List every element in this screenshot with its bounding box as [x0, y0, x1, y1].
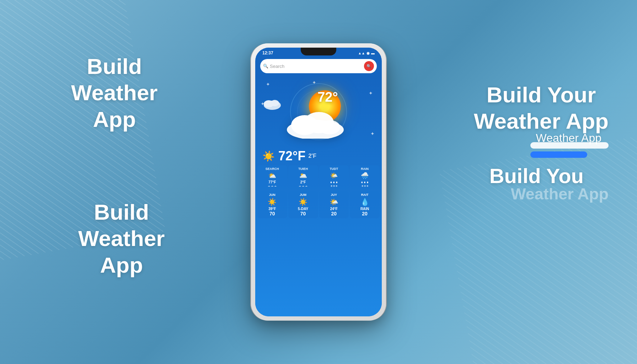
search-button[interactable]: 🔍	[364, 61, 374, 71]
daily-item-0: JUN ☀️ 39°F 70	[257, 191, 287, 218]
hourly-temp-1: 2°F	[290, 180, 317, 184]
right-ghost-text: Weather App	[511, 185, 609, 203]
daily-temp-1: 5-DAY	[290, 207, 317, 211]
phone-screen: 12:37 ▲▲ ◉ ▬ 🔍 Search 🔍 ✦	[255, 48, 382, 316]
daily-icon-1: ☀️	[290, 198, 317, 206]
hourly-sub-0: ☁ ☁ ☁	[259, 184, 286, 187]
search-bar[interactable]: 🔍 Search 🔍	[260, 59, 377, 73]
daily-label-2: JUY	[321, 193, 348, 197]
hourly-label-0: SEARCH	[259, 167, 286, 171]
hourly-forecast: SEARCH ⛅ 77°F ☁ ☁ ☁ TUIEH 🌥️ 2°F ☁ ☁ ☁ T…	[255, 164, 382, 190]
daily-temp-3: RAIN	[351, 207, 378, 211]
svg-point-2	[271, 100, 279, 106]
hourly-icon-0: ⛅	[259, 172, 286, 180]
wifi-icon: ◉	[366, 51, 370, 55]
hero-temperature: 72°	[317, 90, 338, 105]
status-icons: ▲▲ ◉ ▬	[358, 51, 375, 55]
hourly-icon-2: 🌤️	[321, 172, 348, 180]
right-text-top: Build Your Weather App	[474, 82, 609, 135]
daily-label-0: JUN	[259, 193, 286, 197]
daily-item-3: RAIT 💧 RAIN 20	[350, 191, 380, 218]
daily-temp-2: 24°F	[321, 207, 348, 211]
phone-device: 12:37 ▲▲ ◉ ▬ 🔍 Search 🔍 ✦	[251, 43, 386, 321]
daily-label-3: RAIT	[351, 193, 378, 197]
daily-num-2: 20	[321, 211, 348, 216]
progress-bar-white	[530, 142, 609, 149]
daily-num-0: 70	[259, 211, 286, 216]
hourly-item-2: TUDT 🌤️ ♦ ♦ ♦ ◆ ◆ ◆	[319, 165, 349, 189]
hourly-item-0: SEARCH ⛅ 77°F ☁ ☁ ☁	[257, 165, 287, 189]
daily-temp-0: 39°F	[259, 207, 286, 211]
hourly-label-3: RAIN	[351, 167, 378, 171]
left-text-top: Build Weather App	[71, 53, 158, 133]
status-time: 12:37	[262, 50, 273, 55]
daily-item-1: JUM ☀️ 5-DAY 70	[288, 191, 318, 218]
hourly-sub-3: ◆ ◆ ◆	[351, 184, 378, 187]
cloud-main	[283, 107, 347, 140]
search-placeholder[interactable]: Search	[270, 64, 364, 69]
current-sun-icon: ☀️	[262, 150, 275, 162]
progress-bar-blue	[530, 151, 587, 158]
daily-num-3: 20	[351, 211, 378, 216]
daily-icon-2: 🌤️	[321, 198, 348, 206]
hourly-item-1: TUIEH 🌥️ 2°F ☁ ☁ ☁	[288, 165, 318, 189]
current-temp-row: ☀️ 72°F 2'F	[255, 147, 382, 164]
daily-item-2: JUY 🌤️ 24°F 20	[319, 191, 349, 218]
left-text-bottom: Build Weather App	[78, 199, 165, 278]
hourly-item-3: RAIN 🌧️ ♦ ♦ ♦ ◆ ◆ ◆	[350, 165, 380, 189]
hourly-sub-1: ☁ ☁ ☁	[290, 184, 317, 187]
search-icon: 🔍	[263, 64, 268, 69]
daily-icon-3: 💧	[351, 198, 378, 206]
phone-notch	[301, 48, 336, 55]
daily-icon-0: ☀️	[259, 198, 286, 206]
hourly-icon-1: 🌥️	[290, 172, 317, 180]
battery-icon: ▬	[371, 51, 375, 55]
hourly-sub-2: ◆ ◆ ◆	[321, 184, 348, 187]
sparkle-1: ✦	[266, 81, 270, 87]
feels-like: 2'F	[308, 153, 316, 159]
svg-point-6	[319, 120, 340, 134]
hourly-label-1: TUIEH	[290, 167, 317, 171]
daily-num-1: 70	[290, 211, 317, 216]
signal-icon: ▲▲	[358, 51, 365, 55]
sparkle-4: ✦	[370, 131, 375, 136]
hourly-icon-3: 🌧️	[351, 172, 378, 180]
cloud-small	[262, 97, 282, 111]
weather-hero: ✦ ✦ ✦ ✦ ✦ 72°	[255, 76, 382, 147]
right-progress-bars	[530, 142, 609, 158]
weather-main: ✦ ✦ ✦ ✦ ✦ 72°	[255, 76, 382, 316]
daily-forecast: JUN ☀️ 39°F 70 JUM ☀️ 5-DAY 70 JUY 🌤️	[255, 190, 382, 220]
phone-container: 12:37 ▲▲ ◉ ▬ 🔍 Search 🔍 ✦	[251, 43, 386, 321]
hourly-temp-3: ♦ ♦ ♦	[351, 180, 378, 184]
current-temperature: 72°F	[278, 149, 305, 164]
sparkle-3: ✦	[369, 90, 373, 96]
daily-label-1: JUM	[290, 193, 317, 197]
hourly-temp-0: 77°F	[259, 180, 286, 184]
hourly-temp-2: ♦ ♦ ♦	[321, 180, 348, 184]
hourly-label-2: TUDT	[321, 167, 348, 171]
